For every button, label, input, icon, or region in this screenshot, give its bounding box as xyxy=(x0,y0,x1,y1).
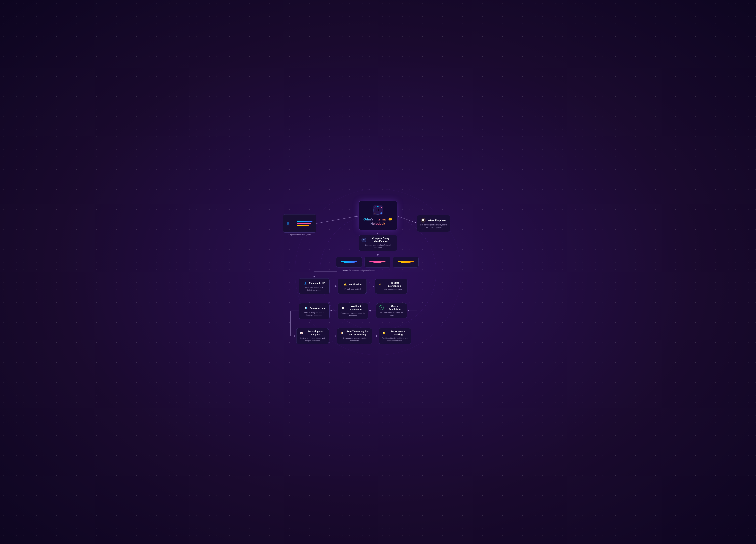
employee-label: Employee Submits a Query xyxy=(283,234,316,236)
query-title: ✓ Query Resolution xyxy=(379,304,404,310)
feedback-box: 📋 Feedback Collection System prompts emp… xyxy=(338,303,368,319)
analytics-subtitle: HR managers access real-time dashboard xyxy=(340,337,369,342)
analytics-icon: 📋 xyxy=(340,331,345,335)
instant-response-box: 💬 Instant Response Self-service guides e… xyxy=(417,215,450,232)
reporting-box: 📈 Reporting and Insights System generate… xyxy=(296,328,329,344)
category-box-3 xyxy=(393,257,419,268)
analytics-title: 📋 Real-Time Analytics and Monitoring xyxy=(340,330,369,336)
hrstaff-subtitle: HR staff reviews the ticket xyxy=(381,288,402,291)
instant-subtitle: Self-service guides employees to resourc… xyxy=(420,224,447,229)
complex-subtitle: Complex queries classified and prioritiz… xyxy=(362,244,394,249)
escalate-title: 👤 Escalate to HR xyxy=(303,281,325,285)
hrstaff-box: ⚙ HR Staff Intervention HR staff reviews… xyxy=(375,279,407,294)
reporting-title: 📈 Reporting and Insights xyxy=(299,330,326,336)
performance-box: 🔔 Performance Tracking Dashboard tracks … xyxy=(379,328,411,344)
notification-icon: 🔔 xyxy=(343,282,347,287)
feedback-subtitle: System prompts employee for feedback xyxy=(340,312,366,317)
escalate-box: 👤 Escalate to HR Ticket auto-routed in H… xyxy=(299,278,330,294)
helpdesk-title: Odin's Internal HR Helpdesk xyxy=(363,217,392,226)
data-title: 📊 Data Analysis xyxy=(304,306,325,310)
instant-title: 💬 Instant Response xyxy=(421,218,446,223)
feedback-icon: 📋 xyxy=(340,306,345,310)
hrstaff-title: ⚙ HR Staff Intervention xyxy=(378,281,405,287)
complex-title: ? Complex Query Identification xyxy=(362,237,394,243)
notification-box: 🔔 Notification HR staff gets notified xyxy=(338,279,367,294)
hrstaff-icon: ⚙ xyxy=(378,282,382,287)
reporting-icon: 📈 xyxy=(299,331,304,335)
instant-icon: 💬 xyxy=(421,218,426,223)
query-subtitle: HR staff marks the ticket as closed xyxy=(379,311,404,317)
escalate-icon: 👤 xyxy=(303,281,308,285)
feedback-title: 📋 Feedback Collection xyxy=(340,305,366,311)
reporting-subtitle: System generates reports and insights on… xyxy=(299,337,326,342)
analytics-box: 📋 Real-Time Analytics and Monitoring HR … xyxy=(337,328,372,344)
performance-title: 🔔 Performance Tracking xyxy=(381,330,408,336)
complex-query-box: ? Complex Query Identification Complex q… xyxy=(359,235,397,251)
notification-subtitle: HR staff gets notified xyxy=(344,288,361,290)
complex-icon: ? xyxy=(362,238,366,242)
performance-icon: 🔔 xyxy=(381,331,386,335)
query-icon: ✓ xyxy=(379,305,384,310)
query-resolution-box: ✓ Query Resolution HR staff marks the ti… xyxy=(376,303,407,318)
workflow-label: Workflow automation categorizes queries xyxy=(330,270,387,272)
category-box-2 xyxy=(365,257,390,268)
escalate-subtitle: Ticket auto-routed in HR helpdesk system xyxy=(302,286,327,291)
data-icon: 📊 xyxy=(304,306,308,310)
helpdesk-box: ⚙ Odin's Internal HR Helpdesk xyxy=(359,201,397,230)
performance-subtitle: Dashboard tracks individual and team per… xyxy=(381,337,408,342)
flowchart-container: 👤 Employee Submits a Query ⚙ Odin's Inte… xyxy=(272,196,484,348)
data-analysis-box: 📊 Data Analysis Odin AI analyzes data to… xyxy=(299,303,330,319)
data-subtitle: Odin AI analyzes data to improve respons… xyxy=(302,311,327,316)
notification-title: 🔔 Notification xyxy=(343,282,362,287)
employee-box: 👤 xyxy=(283,214,316,233)
helpdesk-icon-container: ⚙ xyxy=(373,205,383,215)
category-box-1 xyxy=(336,257,362,268)
